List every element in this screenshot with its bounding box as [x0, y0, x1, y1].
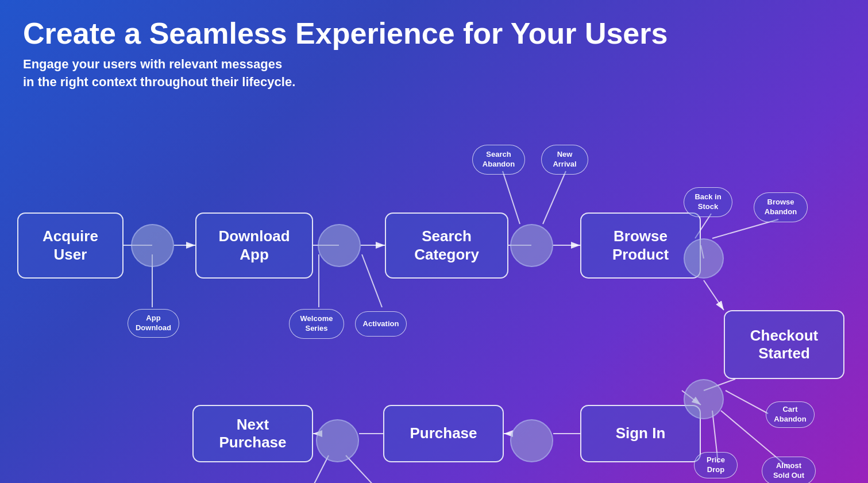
back-in-stock-label: Back inStock	[684, 187, 732, 217]
connector-circle-2	[318, 224, 361, 267]
search-category-box: SearchCategory	[385, 212, 508, 279]
new-arrival-label: NewArrival	[541, 145, 588, 175]
connector-circle-6	[510, 419, 553, 462]
connector-circle-5	[684, 379, 724, 419]
svg-line-19	[543, 171, 566, 224]
svg-line-25	[312, 455, 329, 483]
subtitle: Engage your users with relevant messages…	[0, 50, 868, 91]
svg-line-17	[362, 254, 382, 307]
browse-product-box: BrowseProduct	[580, 212, 701, 279]
browse-abandon-label: BrowseAbandon	[754, 192, 808, 222]
download-app-box: DownloadApp	[195, 212, 313, 279]
almost-sold-out-label: AlmostSold Out	[762, 457, 816, 483]
connector-circle-4	[684, 238, 724, 279]
cart-abandon-label: CartAbandon	[766, 401, 815, 428]
checkout-started-box: CheckoutStarted	[724, 310, 844, 379]
connector-circle-1	[131, 224, 174, 267]
purchase-box: Purchase	[383, 405, 504, 462]
sign-in-box: Sign In	[580, 405, 701, 462]
svg-line-26	[346, 455, 376, 483]
diagram-area: Acquire User DownloadApp SearchCategory …	[0, 86, 868, 483]
welcome-series-label: WelcomeSeries	[289, 309, 344, 339]
connector-circle-7	[316, 419, 359, 462]
search-abandon-label: SearchAbandon	[472, 145, 525, 175]
svg-line-22	[726, 391, 768, 414]
subtitle-line1: Engage your users with relevant messages	[23, 57, 282, 71]
price-drop-label: PriceDrop	[694, 452, 738, 478]
connector-circle-3	[510, 224, 553, 267]
svg-line-8	[704, 280, 724, 310]
app-download-label: AppDownload	[128, 309, 179, 338]
activation-label: Activation	[355, 311, 407, 337]
acquire-user-box: Acquire User	[17, 212, 124, 279]
next-purchase-box: NextPurchase	[192, 405, 313, 462]
main-title: Create a Seamless Experience for Your Us…	[0, 0, 868, 50]
